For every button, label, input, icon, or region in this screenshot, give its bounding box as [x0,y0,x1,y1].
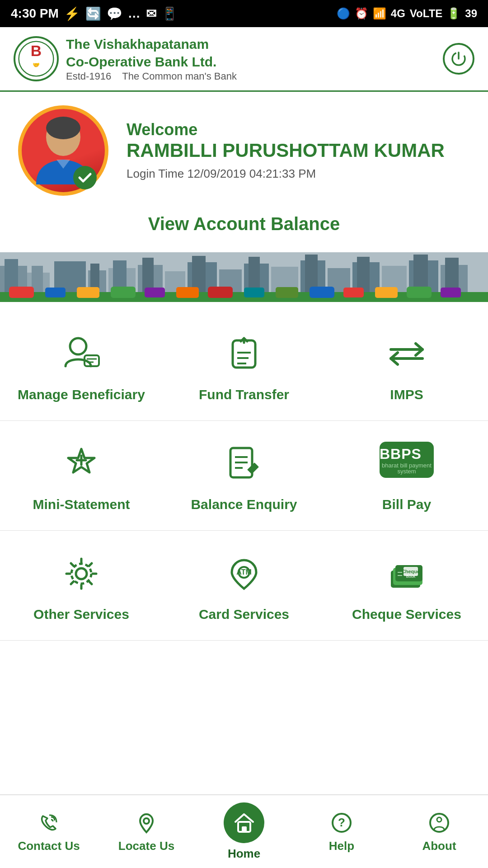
star-plus-icon [56,439,106,489]
svg-rect-43 [176,287,199,298]
svg-rect-50 [407,287,432,298]
fund-transfer-item[interactable]: Fund Transfer [163,311,325,421]
person-card-icon [56,329,106,379]
app-header: B 🤝 The Vishakhapatanam Co-Operative Ban… [0,27,488,92]
svg-text:Book: Book [406,574,416,579]
chat-icon: 💬 [107,6,122,21]
user-name: RAMBILLI PURUSHOTTAM KUMAR [127,139,470,162]
cheque-book-icon: Cheque Book [382,549,432,599]
nav-help[interactable]: ? Help [301,811,382,853]
mini-statement-item[interactable]: Mini-Statement [0,421,163,531]
home-label: Home [228,847,260,861]
svg-rect-42 [145,288,165,297]
bank-sub: Estd-1916 The Common man's Bank [66,71,237,82]
atm-card-services-item[interactable]: ATM Card Services [163,531,325,641]
fund-transfer-label: Fund Transfer [199,387,289,402]
bank-name: The Vishakhapatanam Co-Operative Bank Lt… [66,35,237,71]
bluetooth-icon: 🔵 [337,7,350,20]
balance-enquiry-label: Balance Enquiry [191,497,297,512]
svg-text:🤝: 🤝 [33,61,40,69]
user-avatar [18,105,108,196]
signal-icon: 📶 [373,7,386,20]
alarm-icon: ⏰ [355,7,368,20]
bottom-nav: Contact Us Locate Us Home ? Help [0,794,488,868]
nav-about[interactable]: About [399,811,480,853]
cheque-services-label: Cheque Services [352,607,461,622]
transfer-up-icon [219,329,269,379]
logo-circle: B 🤝 [14,36,59,81]
svg-text:B: B [31,42,42,59]
other-services-label: Other Services [33,607,129,622]
imps-item[interactable]: IMPS [325,311,488,421]
welcome-text: Welcome RAMBILLI PURUSHOTTAM KUMAR Login… [127,120,470,180]
svg-rect-44 [208,287,233,298]
battery-level: 39 [465,7,477,20]
home-icon-wrapper [224,802,264,843]
bank-name-line1: The Vishakhapatanam [66,37,209,52]
svg-rect-45 [244,288,264,297]
manage-beneficiary-label: Manage Beneficiary [18,387,145,402]
arrows-swap-icon [382,329,432,379]
balance-enquiry-item[interactable]: Balance Enquiry [163,421,325,531]
svg-point-7 [73,166,97,189]
svg-point-81 [144,818,149,824]
time-display: 4:30 PM [11,6,59,21]
help-label: Help [329,839,354,853]
volte-label: VoLTE [410,7,442,20]
bill-pay-item[interactable]: BBPS bharat bill payment system Bill Pay [325,421,488,531]
dots-icon: … [128,6,141,21]
4g-label: 4G [391,7,405,20]
menu-grid: Manage Beneficiary Fund Transfer IMPS [0,302,488,650]
greeting-label: Welcome [127,120,470,139]
svg-text:?: ? [338,816,345,829]
svg-rect-41 [111,287,136,298]
login-time: Login Time 12/09/2019 04:21:33 PM [127,167,470,181]
svg-rect-48 [343,288,364,297]
status-right: 🔵 ⏰ 📶 4G VoLTE 🔋 39 [337,7,477,20]
svg-point-69 [76,568,87,579]
bbps-icon: BBPS bharat bill payment system [382,439,432,489]
svg-rect-46 [276,287,298,298]
svg-point-86 [430,814,448,832]
whatsapp-icon: 📱 [162,6,178,21]
bbps-badge: BBPS bharat bill payment system [380,442,434,478]
document-edit-icon [219,439,269,489]
svg-text:ATM: ATM [236,568,251,576]
contact-us-label: Contact Us [18,839,80,853]
gear-icon [56,549,106,599]
mini-statement-label: Mini-Statement [33,497,130,512]
battery-icon: 🔋 [447,7,460,20]
svg-point-52 [70,338,86,354]
nav-home[interactable]: Home [203,802,285,861]
bank-name-line2: Co-Operative Bank Ltd. [66,54,216,69]
atm-card-services-label: Card Services [199,607,289,622]
status-time: 4:30 PM ⚡ 🔄 💬 … ✉ 📱 [11,6,178,21]
established: Estd-1916 [66,71,111,82]
svg-rect-47 [310,287,334,298]
svg-point-87 [437,817,441,822]
other-services-item[interactable]: Other Services [0,531,163,641]
cheque-services-item[interactable]: Cheque Book Cheque Services [325,531,488,641]
msg-icon: ✉ [146,6,156,21]
nav-contact-us[interactable]: Contact Us [8,811,89,853]
sync-icon: 🔄 [85,6,101,21]
logout-button[interactable] [443,43,474,75]
flash-icon: ⚡ [64,6,80,21]
view-balance-button[interactable]: View Account Balance [0,209,488,252]
svg-rect-83 [242,826,247,832]
locate-us-label: Locate Us [118,839,174,853]
svg-rect-49 [375,287,398,298]
bill-pay-label: Bill Pay [382,497,431,512]
nav-locate-us[interactable]: Locate Us [106,811,187,853]
svg-rect-38 [9,287,34,298]
manage-beneficiary-item[interactable]: Manage Beneficiary [0,311,163,421]
svg-point-6 [46,117,80,139]
city-banner [0,252,488,302]
svg-text:Cheque: Cheque [402,569,420,574]
imps-label: IMPS [390,387,423,402]
svg-rect-40 [77,287,99,298]
welcome-section: Welcome RAMBILLI PURUSHOTTAM KUMAR Login… [0,92,488,209]
status-bar: 4:30 PM ⚡ 🔄 💬 … ✉ 📱 🔵 ⏰ 📶 4G VoLTE 🔋 39 [0,0,488,27]
atm-pin-icon: ATM [219,549,269,599]
svg-rect-39 [45,288,66,297]
